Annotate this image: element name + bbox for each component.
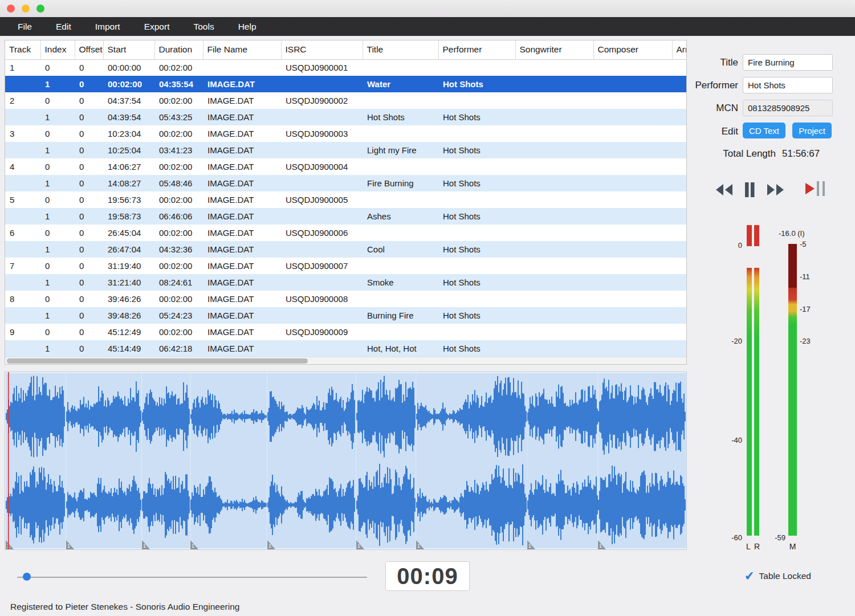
horizontal-scrollbar-thumb[interactable]: [7, 358, 308, 364]
svg-text:1: 1: [357, 543, 360, 549]
table-row[interactable]: 10000:00:0000:02:00USQDJ0900001: [5, 59, 687, 76]
svg-text:1: 1: [528, 543, 531, 549]
cell-composer: [593, 258, 672, 274]
mcn-field[interactable]: [743, 100, 833, 116]
play-from-marker-button[interactable]: [804, 181, 825, 199]
col-header-isrc[interactable]: ISRC: [281, 40, 363, 59]
table-row[interactable]: 70031:19:4000:02:00IMAGE.DATUSQDJ0900007: [5, 258, 687, 274]
time-display: 00:09: [385, 561, 470, 591]
cell-composer: [593, 125, 672, 142]
cell-index: 0: [40, 191, 75, 208]
cd-text-button[interactable]: CD Text: [743, 123, 785, 138]
title-field[interactable]: [743, 54, 833, 71]
table-row[interactable]: 30010:23:0400:02:00IMAGE.DATUSQDJ0900003: [5, 125, 687, 142]
col-header-composer[interactable]: Composer: [593, 40, 672, 59]
cell-performer: [438, 324, 515, 340]
close-button[interactable]: [7, 5, 15, 13]
menu-help[interactable]: Help: [226, 17, 268, 36]
horizontal-scrollbar[interactable]: [5, 357, 686, 364]
cell-songwriter: [515, 208, 593, 225]
col-header-index[interactable]: Index: [40, 40, 75, 59]
cell-start: 10:25:04: [103, 142, 154, 158]
cell-file-name: IMAGE.DAT: [203, 191, 281, 208]
performer-field[interactable]: [743, 77, 833, 93]
col-header-file-name[interactable]: File Name: [203, 40, 281, 59]
menu-edit[interactable]: Edit: [44, 17, 83, 36]
cell-songwriter: [515, 241, 593, 258]
cell-title: [363, 92, 438, 109]
cell-index: 0: [40, 92, 75, 109]
waveform-svg: 111111111: [5, 372, 686, 549]
menu-import[interactable]: Import: [83, 17, 132, 36]
cell-title: [363, 225, 438, 241]
rewind-button[interactable]: [715, 183, 734, 199]
table-row[interactable]: 1031:21:4008:24:61IMAGE.DATSmokeHot Shot…: [5, 274, 687, 291]
cell-index: 1: [40, 142, 75, 158]
table-row[interactable]: 90045:12:4900:02:00IMAGE.DATUSQDJ0900009: [5, 324, 687, 340]
table-row[interactable]: 1026:47:0404:32:36IMAGE.DATCoolHot Shots: [5, 241, 687, 258]
playback-slider[interactable]: [17, 577, 367, 578]
cell-index: 0: [40, 125, 75, 142]
table-row[interactable]: 1004:39:5405:43:25IMAGE.DATHot ShotsHot …: [5, 109, 687, 125]
menu-export[interactable]: Export: [132, 17, 182, 36]
zoom-button[interactable]: [36, 5, 44, 13]
cell-track: 3: [5, 125, 40, 142]
table-row[interactable]: 1000:02:0004:35:54IMAGE.DATWaterHot Shot…: [5, 76, 687, 92]
meter-left-peak: [747, 225, 752, 246]
playback-slider-thumb[interactable]: [23, 573, 31, 581]
col-header-duration[interactable]: Duration: [154, 40, 203, 59]
table-row[interactable]: 80039:46:2600:02:00IMAGE.DATUSQDJ0900008: [5, 291, 687, 307]
table-row[interactable]: 50019:56:7300:02:00IMAGE.DATUSQDJ0900005: [5, 191, 687, 208]
table-row[interactable]: 40014:06:2700:02:00IMAGE.DATUSQDJ0900004: [5, 158, 687, 175]
fast-forward-button[interactable]: [766, 183, 785, 199]
cell-track: 8: [5, 291, 40, 307]
svg-text:1: 1: [67, 543, 70, 549]
edit-label: Edit: [681, 126, 738, 137]
cell-track: 9: [5, 324, 40, 340]
minimize-button[interactable]: [22, 5, 30, 13]
cell-duration: 05:48:46: [154, 175, 203, 191]
cell-start: 31:19:40: [103, 258, 154, 274]
col-header-track[interactable]: Track: [5, 40, 40, 59]
col-header-songwriter[interactable]: Songwriter: [515, 40, 593, 59]
col-header-offset[interactable]: Offset: [75, 40, 103, 59]
pause-button[interactable]: [744, 182, 756, 200]
cell-start: 00:00:00: [103, 59, 154, 76]
cell-index: 0: [40, 225, 75, 241]
meter-right-peak: [754, 225, 759, 246]
menu-file[interactable]: File: [6, 17, 44, 36]
cell-track: 5: [5, 191, 40, 208]
cell-index: 0: [40, 258, 75, 274]
table-row[interactable]: 1045:14:4906:42:18IMAGE.DATHot, Hot, Hot…: [5, 340, 687, 357]
menu-tools[interactable]: Tools: [181, 17, 226, 36]
meter-scale-40: -40: [717, 436, 742, 444]
col-header-performer[interactable]: Performer: [438, 40, 515, 59]
col-header-title[interactable]: Title: [363, 40, 438, 59]
cell-composer: [593, 274, 672, 291]
cell-arr: [672, 307, 687, 324]
table-row[interactable]: 1039:48:2605:24:23IMAGE.DATBurning FireH…: [5, 307, 687, 324]
table-row[interactable]: 20004:37:5400:02:00IMAGE.DATUSQDJ0900002: [5, 92, 687, 109]
table-row[interactable]: 1010:25:0403:41:23IMAGE.DATLight my Fire…: [5, 142, 687, 158]
meter-scale-60: -60: [717, 533, 742, 542]
table-locked-checkbox[interactable]: ✔ Table Locked: [744, 570, 811, 582]
cell-track: [5, 175, 40, 191]
table-row[interactable]: 1014:08:2705:48:46IMAGE.DATFire BurningH…: [5, 175, 687, 191]
cell-index: 1: [40, 307, 75, 324]
cell-isrc: USQDJ0900003: [281, 125, 363, 142]
table-row[interactable]: 60026:45:0400:02:00IMAGE.DATUSQDJ0900006: [5, 225, 687, 241]
table-row[interactable]: 1019:58:7306:46:06IMAGE.DATAshesHot Shot…: [5, 208, 687, 225]
cell-arr: [672, 291, 687, 307]
cell-songwriter: [515, 59, 593, 76]
cell-title: [363, 158, 438, 175]
cell-arr: [672, 324, 687, 340]
cell-composer: [593, 241, 672, 258]
cell-file-name: IMAGE.DAT: [203, 208, 281, 225]
project-button[interactable]: Project: [792, 123, 832, 138]
waveform-display[interactable]: 111111111: [5, 372, 687, 550]
cell-offset: 0: [75, 274, 103, 291]
cell-isrc: USQDJ0900006: [281, 225, 363, 241]
col-header-start[interactable]: Start: [103, 40, 154, 59]
cell-songwriter: [515, 191, 593, 208]
cell-offset: 0: [75, 175, 103, 191]
